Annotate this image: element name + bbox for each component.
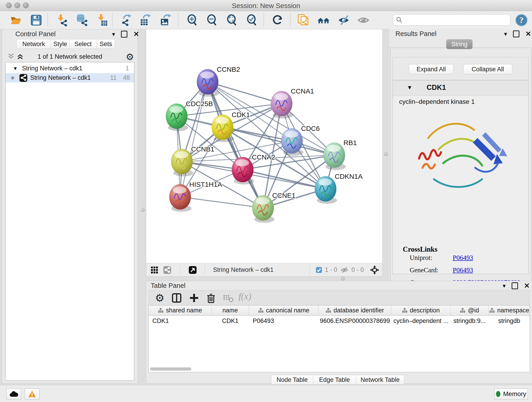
panel-close-icon[interactable]: ✕ <box>524 282 530 289</box>
show-columns-button[interactable] <box>171 292 183 304</box>
card-expander-icon[interactable]: ▼ <box>407 84 412 91</box>
zoom-out-button[interactable] <box>206 14 219 27</box>
tab-select[interactable]: Select <box>70 39 97 49</box>
import-network-database-button[interactable] <box>75 14 88 27</box>
cell-shared-name[interactable]: CDK1 <box>149 316 211 326</box>
expand-all-button[interactable]: Expand All <box>409 64 454 74</box>
selected-checkbox-icon[interactable] <box>316 267 322 273</box>
table-panel: Table Panel ▾ ✕ ⚙ f(x) shared name name … <box>146 281 532 384</box>
external-window-icon[interactable] <box>189 266 197 274</box>
panel-menu-icon[interactable]: ▾ <box>112 31 115 37</box>
home-button[interactable] <box>317 14 330 27</box>
import-table-file-button[interactable] <box>96 14 109 27</box>
svg-text:CDC25B: CDC25B <box>186 100 213 108</box>
network-node-RB1[interactable]: RB1 <box>323 139 357 170</box>
network-collection-row[interactable]: ▼ String Network – cdk1 1 <box>6 64 134 73</box>
svg-text:CCNE1: CCNE1 <box>272 191 296 199</box>
crosslink-link[interactable]: P06493 <box>453 254 473 262</box>
network-edge[interactable] <box>180 82 208 197</box>
memory-button[interactable]: Memory <box>494 389 528 400</box>
network-node-CCNA2[interactable]: CCNA2 <box>232 153 275 185</box>
netbar-separator <box>205 265 205 275</box>
column-header[interactable]: name <box>211 306 249 316</box>
expand-collapse-box: Expand All Collapse All <box>393 57 529 80</box>
svg-text:CDKN1A: CDKN1A <box>335 172 363 180</box>
zoom-selected-button[interactable] <box>246 14 259 27</box>
horizontal-splitter-handle[interactable] <box>341 277 345 281</box>
network-node-CDC6[interactable]: CDC6 <box>281 125 320 156</box>
export-network-button[interactable] <box>120 14 133 27</box>
column-header[interactable]: database identifier <box>318 306 391 316</box>
crosslink-link[interactable]: P06493 <box>453 266 473 274</box>
warnings-button[interactable] <box>25 389 39 400</box>
string-tab-icon[interactable] <box>163 266 171 274</box>
cell-database-identifier[interactable]: 9606.ENSP00000378699 <box>318 316 391 326</box>
network-node-CDK1[interactable]: CDK1 <box>212 111 250 142</box>
horizontal-scrollbar-thumb[interactable] <box>150 367 191 370</box>
tab-edge-table[interactable]: Edge Table <box>313 375 356 385</box>
help-button[interactable]: ? <box>515 14 528 27</box>
cloud-status-button[interactable] <box>6 389 21 400</box>
panel-float-icon[interactable] <box>512 282 518 289</box>
network-node-CCNB1[interactable]: CCNB1 <box>171 145 215 177</box>
protein-card-header[interactable]: ▼ CDK1 <box>393 81 528 96</box>
cell-canonical-name[interactable]: P06493 <box>249 316 318 326</box>
network-edge[interactable] <box>180 197 263 208</box>
network-node-CDKN1A[interactable]: CDKN1A <box>315 172 363 204</box>
column-header[interactable]: @id <box>450 306 489 316</box>
crosslink-row: GeneCard: P06493 <box>393 266 528 279</box>
network-canvas[interactable]: CCNB2CCNA1CDC25BCDK1CDC6RB1CCNB1CCNA2CDK… <box>146 29 382 263</box>
cell-name[interactable]: CDK1 <box>211 316 249 326</box>
birds-eye-grid-icon[interactable] <box>151 266 158 274</box>
results-tab-string[interactable]: String <box>446 39 472 49</box>
table-row[interactable]: CDK1 CDK1 P06493 9606.ENSP00000378699 cy… <box>149 316 530 326</box>
network-node-HIST1H1A[interactable]: HIST1H1A <box>169 181 222 212</box>
export-image-button[interactable] <box>159 14 172 27</box>
panel-menu-icon[interactable]: ▾ <box>504 31 507 37</box>
cell-description[interactable]: cyclin–dependent ... <box>391 316 450 326</box>
hidden-eye-icon <box>341 267 348 274</box>
panel-close-icon[interactable]: ✕ <box>525 31 531 37</box>
cell-id[interactable]: stringdb:9... <box>450 316 489 326</box>
collapse-all-button[interactable]: Collapse All <box>463 64 512 74</box>
table-options-gear-button[interactable]: ⚙ <box>154 292 166 304</box>
zoom-fit-button[interactable] <box>226 14 239 27</box>
fit-content-crosshair-icon[interactable] <box>370 265 380 275</box>
document-share-button[interactable] <box>297 14 310 27</box>
network-row-selected[interactable]: String Network – cdk1 11 48 <box>6 73 134 83</box>
cell-namespace[interactable]: stringdb <box>489 316 530 326</box>
eye-slash-button[interactable] <box>337 14 350 27</box>
string-network-icon <box>19 74 27 82</box>
network-node-CCNE1[interactable]: CCNE1 <box>252 191 296 223</box>
tab-network-table[interactable]: Network Table <box>356 375 404 385</box>
panel-float-icon[interactable] <box>513 31 519 37</box>
network-edge[interactable] <box>208 82 263 208</box>
tree-expander-icon[interactable]: ▼ <box>13 65 18 71</box>
panel-menu-icon[interactable]: ▾ <box>503 283 506 289</box>
add-column-button[interactable] <box>188 292 200 304</box>
tab-style[interactable]: Style <box>51 39 70 49</box>
network-edge[interactable] <box>243 170 326 189</box>
search-input[interactable] <box>403 16 510 24</box>
svg-text:CCNA2: CCNA2 <box>252 153 275 161</box>
open-session-button[interactable] <box>10 14 22 27</box>
zoom-in-button[interactable] <box>186 14 199 27</box>
column-header[interactable]: shared name <box>149 306 211 316</box>
column-header[interactable]: namespace <box>489 306 530 316</box>
tab-network[interactable]: Network <box>16 39 51 49</box>
save-session-button[interactable] <box>30 14 43 27</box>
panel-float-icon[interactable] <box>121 31 127 38</box>
panel-close-icon[interactable]: ✕ <box>133 31 139 38</box>
refresh-layout-button[interactable] <box>271 14 284 27</box>
tab-node-table[interactable]: Node Table <box>271 375 313 385</box>
vertical-splitter-handle[interactable] <box>141 208 145 212</box>
delete-column-button[interactable] <box>205 292 217 304</box>
import-network-file-button[interactable] <box>56 14 68 27</box>
vertical-splitter-handle[interactable] <box>384 152 388 156</box>
column-header[interactable]: canonical name <box>249 306 318 316</box>
column-header[interactable]: description <box>391 306 450 316</box>
export-table-button[interactable] <box>139 14 152 27</box>
network-options-gear-icon[interactable]: ⚙ <box>126 52 134 61</box>
eye-button[interactable] <box>357 14 370 27</box>
tab-sets[interactable]: Sets <box>96 39 115 49</box>
